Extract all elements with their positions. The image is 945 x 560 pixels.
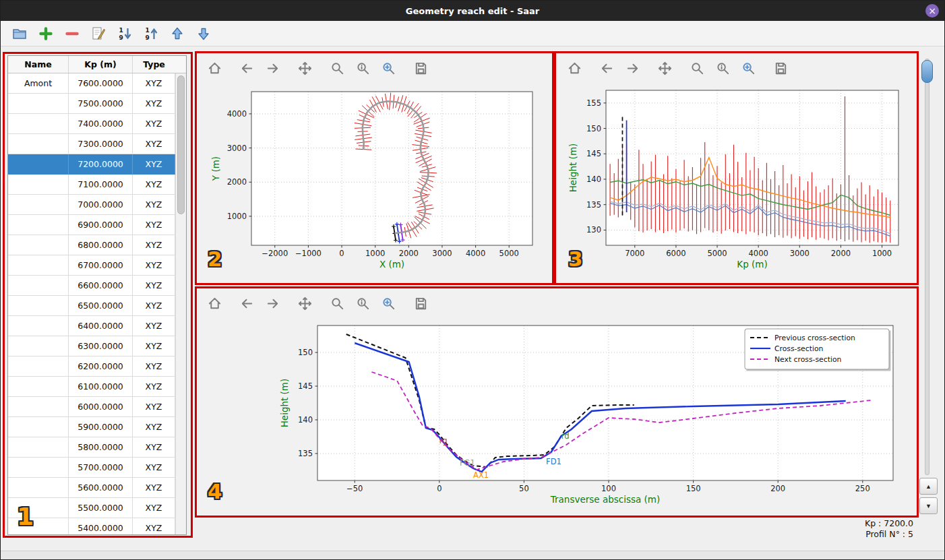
svg-text:0: 0 <box>437 484 441 493</box>
cell-type: XYZ <box>133 316 175 336</box>
plot-customize-button[interactable] <box>738 58 758 78</box>
cell-kp: 6100.0000 <box>69 377 133 397</box>
table-row[interactable]: 5500.0000XYZ <box>8 498 175 518</box>
svg-text:150: 150 <box>686 484 701 493</box>
cross-section-chart[interactable]: rgrdFG1FD1AX1−50050100150200250135140145… <box>197 317 916 516</box>
svg-text:3000: 3000 <box>227 144 247 153</box>
plot-subplots-button[interactable] <box>712 58 733 78</box>
plan-view-chart[interactable]: −2000−1000010002000300040005000100020003… <box>197 82 551 282</box>
table-row[interactable]: 7300.0000XYZ <box>8 134 175 154</box>
table-row[interactable]: 5800.0000XYZ <box>8 437 175 458</box>
table-row[interactable]: 5400.0000XYZ <box>8 518 175 534</box>
svg-text:5000: 5000 <box>499 249 519 258</box>
toolbar-add-button[interactable] <box>36 24 55 43</box>
cell-name <box>8 276 69 296</box>
profile-slider-track[interactable] <box>925 59 929 475</box>
table-row[interactable]: 6500.0000XYZ <box>8 296 175 316</box>
svg-text:2000: 2000 <box>831 249 851 258</box>
table-scrollbar-thumb[interactable] <box>177 75 185 214</box>
plot-home-button[interactable] <box>204 293 224 313</box>
table-row[interactable]: 7100.0000XYZ <box>8 175 175 195</box>
plot-zoom-button[interactable] <box>327 58 347 78</box>
open-icon <box>11 26 28 42</box>
plot-save-button[interactable] <box>410 293 431 313</box>
table-row[interactable]: 6200.0000XYZ <box>8 356 175 377</box>
profile-down-button[interactable]: ▼ <box>919 497 938 514</box>
svg-text:135: 135 <box>586 200 601 210</box>
table-row[interactable]: Amont7600.0000XYZ <box>8 73 175 94</box>
table-row[interactable]: 5700.0000XYZ <box>8 458 175 478</box>
cell-name <box>8 235 69 255</box>
table-row[interactable]: 5600.0000XYZ <box>8 478 175 498</box>
table-scrollbar[interactable] <box>175 73 186 534</box>
close-button[interactable]: × <box>925 4 939 18</box>
table-row[interactable]: 6100.0000XYZ <box>8 377 175 397</box>
plot-home-button[interactable] <box>564 58 584 78</box>
plot-forward-button[interactable] <box>622 58 642 78</box>
plot-pan-button[interactable] <box>654 58 675 78</box>
cell-type: XYZ <box>133 255 175 276</box>
table-row[interactable]: 6600.0000XYZ <box>8 276 175 296</box>
plot-save-button[interactable] <box>410 58 431 78</box>
plan-plot-toolbar <box>197 54 551 82</box>
plot-pan-button[interactable] <box>295 293 315 313</box>
column-header-name[interactable]: Name <box>8 56 69 73</box>
cell-type: XYZ <box>133 377 175 397</box>
plot-save-button[interactable] <box>770 58 791 78</box>
table-row[interactable]: 7200.0000XYZ <box>8 154 175 175</box>
toolbar-edit-button[interactable] <box>89 24 108 43</box>
plot-back-button[interactable] <box>237 293 257 313</box>
svg-text:145: 145 <box>586 149 601 158</box>
profile-slider-thumb[interactable] <box>921 60 933 83</box>
table-row[interactable]: 6700.0000XYZ <box>8 255 175 276</box>
plot-subplots-button[interactable] <box>353 58 373 78</box>
move-down-icon <box>195 26 212 42</box>
table-body: Amont7600.0000XYZ7500.0000XYZ7400.0000XY… <box>8 73 186 534</box>
column-header-type[interactable]: Type <box>133 56 175 73</box>
toolbar-sort-descending-button[interactable]: 19 <box>115 24 134 43</box>
pan-icon <box>297 61 313 76</box>
table-row[interactable]: 5900.0000XYZ <box>8 417 175 437</box>
svg-text:135: 135 <box>298 449 313 458</box>
column-header-kp[interactable]: Kp (m) <box>69 56 133 73</box>
triangle-down-icon: ▼ <box>925 503 932 509</box>
svg-text:FD1: FD1 <box>546 457 561 466</box>
plot-subplots-button[interactable] <box>353 293 373 313</box>
plot-customize-button[interactable] <box>378 293 398 313</box>
plot-back-button[interactable] <box>597 58 617 78</box>
svg-text:2000: 2000 <box>399 249 419 258</box>
cell-kp: 7400.0000 <box>69 114 133 134</box>
subplots-icon <box>355 296 371 311</box>
table-row[interactable]: 6000.0000XYZ <box>8 397 175 417</box>
table-row[interactable]: 7500.0000XYZ <box>8 94 175 114</box>
svg-text:−1000: −1000 <box>295 249 322 258</box>
svg-text:Transverse abscissa (m): Transverse abscissa (m) <box>550 494 661 505</box>
plot-zoom-button[interactable] <box>327 293 347 313</box>
table-row[interactable]: 6300.0000XYZ <box>8 336 175 356</box>
table-row[interactable]: 6400.0000XYZ <box>8 316 175 336</box>
toolbar-move-up-button[interactable] <box>168 24 187 43</box>
zoom-icon <box>330 296 345 311</box>
svg-text:Kp (m): Kp (m) <box>737 259 767 270</box>
table-row[interactable]: 6900.0000XYZ <box>8 215 175 235</box>
cell-name <box>8 417 69 437</box>
plot-customize-button[interactable] <box>378 58 398 78</box>
svg-text:5000: 5000 <box>707 249 727 258</box>
plot-zoom-button[interactable] <box>687 58 707 78</box>
toolbar-move-down-button[interactable] <box>194 24 213 43</box>
profile-up-button[interactable]: ▲ <box>919 478 938 495</box>
table-row[interactable]: 7400.0000XYZ <box>8 114 175 134</box>
plot-forward-button[interactable] <box>262 293 282 313</box>
plot-forward-button[interactable] <box>262 58 282 78</box>
toolbar-open-button[interactable] <box>10 24 29 43</box>
long-profile-chart[interactable]: 7000600050004000300020001000130135140145… <box>557 82 916 282</box>
plot-home-button[interactable] <box>204 58 224 78</box>
table-row[interactable]: 7000.0000XYZ <box>8 195 175 215</box>
svg-text:2000: 2000 <box>227 177 247 187</box>
svg-text:250: 250 <box>855 484 870 493</box>
toolbar-remove-button[interactable] <box>63 24 82 43</box>
plot-pan-button[interactable] <box>295 58 315 78</box>
plot-back-button[interactable] <box>237 58 257 78</box>
toolbar-sort-ascending-button[interactable]: 19 <box>142 24 160 43</box>
table-row[interactable]: 6800.0000XYZ <box>8 235 175 255</box>
